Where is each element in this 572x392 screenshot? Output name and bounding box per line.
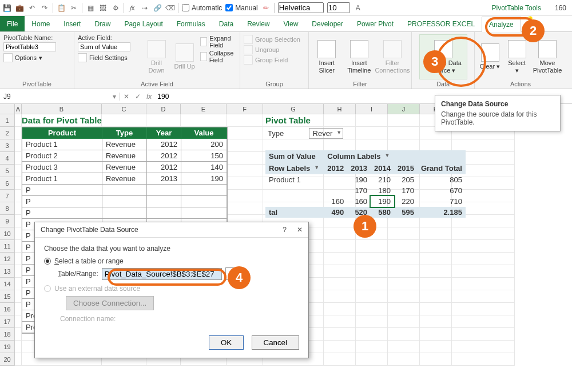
row-labels-dropdown[interactable]: Row Labels bbox=[269, 163, 320, 173]
cell[interactable] bbox=[388, 315, 420, 328]
font-color-icon[interactable]: A bbox=[353, 3, 363, 13]
cell[interactable] bbox=[388, 328, 420, 341]
cell[interactable] bbox=[227, 139, 263, 152]
tab-review[interactable]: Review bbox=[240, 16, 276, 31]
cell[interactable] bbox=[452, 315, 515, 328]
function-icon[interactable]: 𝑓x bbox=[128, 3, 137, 13]
cell[interactable] bbox=[452, 227, 515, 240]
cell[interactable] bbox=[356, 353, 388, 366]
save-icon[interactable]: 💾 bbox=[2, 3, 11, 13]
cell[interactable] bbox=[15, 265, 22, 278]
insert-timeline-button[interactable]: Insert Timeline bbox=[345, 34, 374, 79]
font-select[interactable] bbox=[278, 2, 324, 13]
tab-file[interactable]: File bbox=[0, 16, 25, 31]
cell[interactable] bbox=[388, 227, 420, 240]
cell[interactable] bbox=[452, 265, 515, 278]
field-settings-button[interactable]: Field Settings bbox=[78, 53, 141, 63]
cell[interactable] bbox=[227, 114, 263, 127]
row-header[interactable]: 11 bbox=[0, 240, 15, 253]
name-box[interactable]: J9▾ bbox=[0, 93, 120, 101]
cell[interactable] bbox=[15, 114, 22, 127]
tab-page-layout[interactable]: Page Layout bbox=[117, 16, 169, 31]
cell[interactable] bbox=[420, 240, 452, 253]
cell[interactable] bbox=[15, 227, 22, 240]
tab-insert[interactable]: Insert bbox=[57, 16, 88, 31]
cell[interactable] bbox=[15, 328, 22, 341]
cell[interactable] bbox=[452, 328, 515, 341]
row-header[interactable]: 19 bbox=[0, 341, 15, 353]
column-labels-dropdown[interactable]: Column Labels bbox=[327, 151, 391, 161]
row-header[interactable]: 8 bbox=[0, 202, 15, 215]
row-header[interactable]: 20 bbox=[0, 353, 15, 366]
col-header[interactable]: D bbox=[146, 104, 181, 114]
erase-icon[interactable]: ⌫ bbox=[165, 3, 174, 13]
collapse-field-button[interactable]: Collapse Field bbox=[200, 49, 236, 64]
trace-icon[interactable]: ⇢ bbox=[140, 3, 149, 13]
cancel-button[interactable]: Cancel bbox=[252, 335, 300, 350]
cancel-icon[interactable]: ✕ bbox=[124, 93, 129, 101]
cell[interactable] bbox=[324, 341, 356, 353]
cell[interactable] bbox=[15, 152, 22, 165]
cell[interactable] bbox=[452, 303, 515, 315]
cell[interactable] bbox=[15, 315, 22, 328]
cell[interactable] bbox=[388, 341, 420, 353]
options-button[interactable]: Options ▾ bbox=[3, 53, 70, 63]
cell[interactable] bbox=[420, 303, 452, 315]
tab-professor-excel[interactable]: PROFESSOR EXCEL bbox=[400, 16, 482, 31]
pivottable-tools-tab[interactable]: PivotTable Tools bbox=[484, 3, 548, 13]
cell[interactable] bbox=[324, 315, 356, 328]
cell[interactable] bbox=[227, 152, 263, 165]
cell[interactable] bbox=[452, 278, 515, 290]
cell[interactable] bbox=[15, 353, 22, 366]
undo-icon[interactable]: ↶ bbox=[27, 3, 37, 13]
cell[interactable] bbox=[356, 253, 388, 265]
row-header[interactable]: 2 bbox=[0, 127, 15, 139]
cell[interactable] bbox=[324, 328, 356, 341]
insert-slicer-button[interactable]: Insert Slicer bbox=[312, 34, 341, 79]
cell[interactable] bbox=[15, 190, 22, 202]
tab-draw[interactable]: Draw bbox=[88, 16, 117, 31]
cell[interactable] bbox=[15, 240, 22, 253]
paste-icon[interactable]: 📋 bbox=[57, 3, 66, 13]
link-icon[interactable]: 🔗 bbox=[153, 3, 162, 13]
tab-developer[interactable]: Developer bbox=[305, 16, 350, 31]
cell[interactable] bbox=[420, 227, 452, 240]
filter-dropdown[interactable]: Rever bbox=[309, 128, 344, 139]
cell[interactable] bbox=[420, 328, 452, 341]
cell[interactable] bbox=[102, 114, 146, 127]
cell[interactable] bbox=[324, 353, 356, 366]
fx-icon[interactable]: fx bbox=[146, 93, 152, 101]
cell[interactable] bbox=[227, 177, 263, 190]
cell[interactable] bbox=[15, 139, 22, 152]
select-range-radio[interactable]: SSelect a table or rangeelect a table or… bbox=[44, 257, 299, 265]
row-header[interactable]: 5 bbox=[0, 165, 15, 177]
cell[interactable] bbox=[420, 253, 452, 265]
row-header[interactable]: 13 bbox=[0, 265, 15, 278]
pt-name-input[interactable] bbox=[3, 42, 56, 51]
col-header[interactable]: C bbox=[102, 104, 146, 114]
row-header[interactable]: 1 bbox=[0, 114, 15, 127]
cell[interactable] bbox=[324, 114, 356, 127]
col-header[interactable]: F bbox=[227, 104, 263, 114]
row-header[interactable]: 3 bbox=[0, 139, 15, 152]
cell[interactable] bbox=[388, 353, 420, 366]
cell[interactable] bbox=[227, 190, 263, 202]
row-header[interactable]: 17 bbox=[0, 315, 15, 328]
row-header[interactable]: 10 bbox=[0, 227, 15, 240]
cell[interactable] bbox=[388, 278, 420, 290]
select-button[interactable]: Select ▾ bbox=[505, 34, 529, 79]
cell[interactable] bbox=[324, 253, 356, 265]
enter-icon[interactable]: ✓ bbox=[135, 93, 141, 101]
cell[interactable] bbox=[388, 265, 420, 278]
cell[interactable] bbox=[356, 303, 388, 315]
picture-icon[interactable]: 🖼 bbox=[98, 3, 108, 13]
cell[interactable] bbox=[356, 290, 388, 303]
col-header[interactable]: G bbox=[263, 104, 324, 114]
cell[interactable] bbox=[324, 278, 356, 290]
cell[interactable] bbox=[324, 265, 356, 278]
cell[interactable] bbox=[181, 114, 227, 127]
cell[interactable] bbox=[452, 253, 515, 265]
cell[interactable] bbox=[356, 265, 388, 278]
redo-icon[interactable]: ↷ bbox=[40, 3, 49, 13]
active-field-input[interactable] bbox=[78, 42, 130, 51]
